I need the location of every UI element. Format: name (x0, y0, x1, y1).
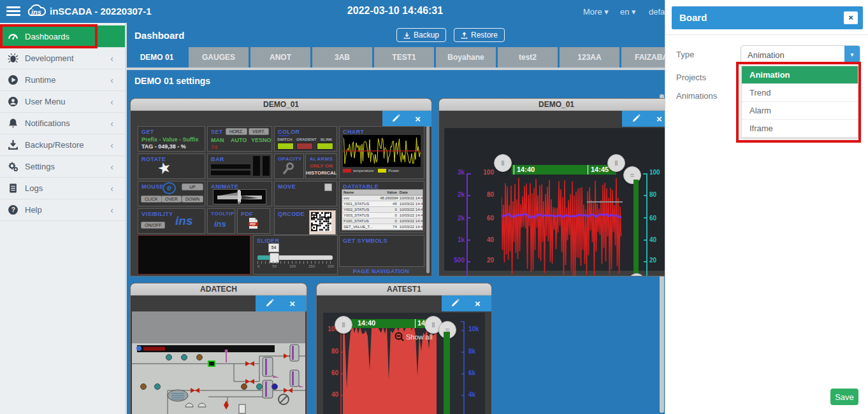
widget-datatable[interactable]: DATATABLE Name Value Date vvv48.26009474… (339, 181, 424, 232)
widget-get[interactable]: GET Prefix - Value - Suffix TAG - 049,38… (138, 126, 205, 152)
chevron-down-icon[interactable]: ▾ (844, 46, 860, 64)
onoff-button[interactable]: ON/OFF (141, 222, 165, 229)
horz-button[interactable]: HORZ. (226, 128, 247, 135)
edit-pencil-icon[interactable] (387, 113, 404, 125)
widget-rotate[interactable]: ROTATE ★ (138, 153, 205, 179)
tab-test2[interactable]: test2 (498, 47, 558, 68)
backup-button[interactable]: Backup (396, 28, 446, 42)
panel-title[interactable]: DEMO_01 (131, 99, 431, 111)
move-checkbox[interactable] (324, 183, 332, 191)
edit-pencil-icon[interactable] (261, 298, 278, 310)
table-row[interactable]: Y003_STATUS010/03/22 14:4... (342, 213, 423, 218)
tab-test1[interactable]: TEST1 (374, 47, 434, 68)
tab-faizaba[interactable]: FAIZABA (621, 47, 665, 68)
panel-title[interactable]: DEMO_01 (439, 99, 674, 111)
save-button[interactable]: Save (830, 389, 858, 405)
widget-get-symbols[interactable]: GET SYMBOLS (339, 235, 424, 267)
widget-mouse[interactable]: MOUSE e UP CLICK OVER DOWN (138, 181, 205, 206)
table-row[interactable]: Y001_STATUS4510/03/22 14:4... (342, 201, 423, 207)
widget-move[interactable]: MOVE (274, 181, 337, 206)
widget-blackbox[interactable] (138, 235, 250, 275)
sidebar-item-help[interactable]: ? Help‹ (0, 199, 125, 221)
sidebar-item-settings[interactable]: Settings‹ (0, 156, 125, 178)
sidebar-item-dashboards[interactable]: Dashboards (0, 25, 125, 48)
man-label[interactable]: MAN (211, 137, 224, 143)
widget-chart[interactable]: CHART temperature Power (339, 126, 424, 179)
widget-set[interactable]: SET HORZ. VERT. MAN AUTO YESNO 74 (207, 126, 272, 152)
tab-123aa[interactable]: 123AA (560, 47, 619, 68)
widget-visibility[interactable]: VISIBILITY ON/OFF ins (138, 208, 205, 234)
auto-label[interactable]: AUTO (231, 137, 247, 143)
sidebar-item-label: Dashboards (25, 32, 69, 41)
time-range-bar[interactable]: 14:40 14:45 (512, 165, 616, 175)
table-row[interactable]: vvv48.26009474...10/03/22 14:4... (342, 196, 423, 201)
mouse-over-button[interactable]: OVER (161, 196, 182, 203)
tab-3ab[interactable]: 3AB (312, 47, 372, 68)
datatable-header[interactable]: Name Value Date (342, 190, 423, 196)
vertical-slider-track[interactable] (444, 332, 450, 414)
widget-color[interactable]: COLOR SWITCH GRADIENT BLINK (274, 126, 337, 152)
tab-demo01[interactable]: DEMO 01 (127, 47, 187, 68)
widget-qrcode[interactable]: QRCODE (274, 208, 337, 235)
table-row[interactable]: F100_STATUS010/03/22 14:4... (342, 218, 423, 224)
vert-button[interactable]: VERT. (249, 128, 269, 135)
sidebar-item-logs[interactable]: Logs‹ (0, 178, 125, 199)
mouse-down-button[interactable]: DOWN (182, 196, 203, 203)
switch-color-swatch[interactable] (277, 143, 294, 150)
dropdown-option-animation[interactable]: Animation (742, 66, 858, 84)
ins-logo-small: ins (214, 219, 226, 229)
sidebar-item-user-menu[interactable]: User Menu‹ (0, 91, 125, 113)
panel-title[interactable]: AATEST1 (317, 283, 491, 296)
widget-alarms[interactable]: ALARMS ONLY ON HISTORICAL (305, 153, 337, 179)
vertical-slider-track[interactable] (633, 180, 639, 275)
close-icon[interactable]: × (410, 113, 426, 124)
mouse-up-button[interactable]: UP (182, 183, 203, 190)
tab-anot[interactable]: ANOT (250, 47, 310, 68)
close-icon[interactable]: × (844, 11, 858, 24)
table-row[interactable]: SET_VALUE_T...7410/03/22 14:4... (342, 224, 423, 230)
language-menu[interactable]: en ▾ (620, 7, 636, 17)
sidebar-item-backup-restore[interactable]: Backup/Restore‹ (0, 134, 125, 156)
restore-button[interactable]: Restore (454, 28, 505, 42)
panel-scrollbar[interactable] (426, 126, 430, 273)
tab-gauges[interactable]: GAUGES (189, 47, 249, 68)
sidebar-item-runtime[interactable]: Runtime‹ (0, 69, 125, 91)
sidebar-item-label: Development (25, 54, 74, 63)
close-icon[interactable]: × (469, 298, 486, 309)
widget-opacity[interactable]: OPACITY (274, 153, 304, 179)
dropdown-option-iframe[interactable]: Iframe (742, 120, 858, 138)
zoom-out-icon[interactable] (394, 332, 405, 342)
close-icon[interactable]: × (284, 298, 301, 309)
panel-adatech: ADATECH × (130, 283, 307, 414)
widget-animate[interactable]: ANIMATE (207, 181, 272, 206)
widget-tooltip[interactable]: TOOLTIP ins (207, 208, 235, 234)
gradient-color-swatch[interactable] (296, 143, 313, 150)
hamburger-menu-icon[interactable] (6, 6, 20, 17)
time-range-bar[interactable]: 14:40 14: (350, 319, 437, 328)
range-handle-right[interactable]: ‖ (607, 154, 625, 172)
table-row[interactable]: Y002_STATUS010/03/22 14:4... (342, 207, 423, 213)
dropdown-option-alarm[interactable]: Alarm (742, 102, 858, 120)
yesno-label[interactable]: YESNO (251, 137, 271, 143)
range-end: 14:45 (591, 166, 609, 173)
type-select[interactable]: Animation ▾ (741, 45, 860, 64)
dropdown-option-trend[interactable]: Trend (742, 84, 858, 102)
mouse-click-button[interactable]: CLICK (141, 196, 162, 203)
blink-color-swatch[interactable] (317, 143, 333, 150)
widget-pdf[interactable]: PDF PDF (237, 208, 270, 234)
edit-pencil-icon[interactable] (447, 298, 464, 310)
sidebar-item-notifications[interactable]: Notifications‹ (0, 113, 125, 134)
chevron-left-icon: ‹ (110, 205, 113, 215)
range-handle-left[interactable]: ‖ (494, 154, 512, 172)
range-handle-left[interactable]: ‖ (335, 316, 352, 334)
widget-bar[interactable]: BAR (207, 153, 272, 179)
show-all-label[interactable]: Show all (406, 333, 433, 341)
panel-title[interactable]: ADATECH (131, 283, 307, 296)
user-menu-topbar[interactable]: defa (649, 7, 665, 17)
more-menu[interactable]: More ▾ (583, 7, 609, 17)
edit-pencil-icon[interactable] (628, 113, 645, 125)
tab-boyahane[interactable]: Boyahane (436, 47, 496, 68)
widget-slider[interactable]: SLIDER 54 050100150200 (253, 235, 338, 275)
svg-text:ins: ins (31, 8, 41, 16)
sidebar-item-development[interactable]: Development‹ (0, 48, 125, 69)
